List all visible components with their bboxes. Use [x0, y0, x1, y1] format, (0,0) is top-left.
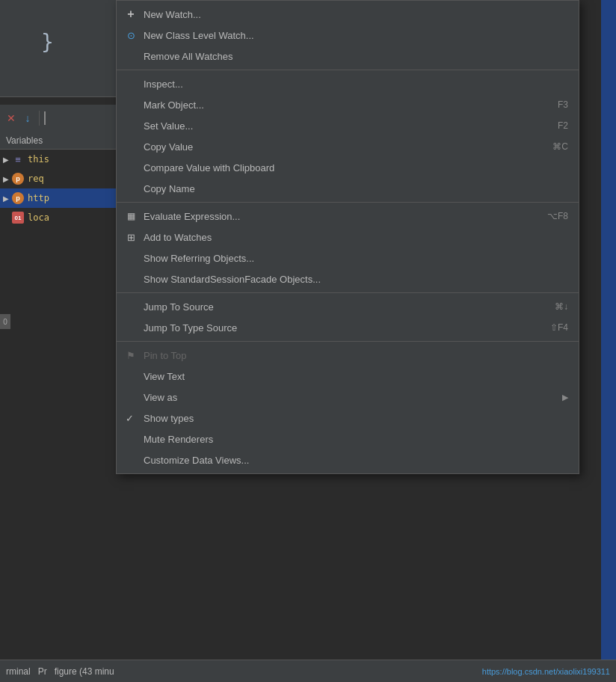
- variable-item-req[interactable]: ▶ p req: [0, 169, 120, 188]
- shortcut-copy-value: ⌘C: [552, 141, 568, 152]
- menu-item-new-class-watch[interactable]: ⊙ New Class Level Watch...: [117, 25, 579, 46]
- menu-label-view-as: View as: [144, 392, 177, 403]
- menu-label-view-text: View Text: [144, 371, 185, 382]
- expand-arrow: ▶: [3, 175, 9, 183]
- line-number: 0: [0, 314, 10, 329]
- ide-background: } ✕ ↓ Variables ▶ ≡ this ▶ p req ▶ p htt…: [0, 0, 120, 682]
- separator-4: [117, 341, 579, 342]
- shortcut-set-value: F2: [558, 120, 568, 131]
- new-class-watch-icon: ⊙: [124, 30, 138, 41]
- shortcut-mark-object: F3: [558, 99, 568, 110]
- ide-top-bar: }: [0, 0, 120, 97]
- separator-3: [117, 292, 579, 293]
- menu-item-view-text[interactable]: View Text: [117, 366, 579, 387]
- menu-item-mark-object[interactable]: Mark Object... F3: [117, 94, 579, 115]
- toolbar-pipe-icon: [44, 111, 46, 125]
- menu-item-evaluate[interactable]: ▦ Evaluate Expression... ⌥F8: [117, 206, 579, 227]
- toolbar-separator: [39, 111, 40, 126]
- menu-label-show-standardsession: Show StandardSessionFacade Objects...: [144, 274, 321, 285]
- menu-item-remove-watches[interactable]: Remove All Watches: [117, 46, 579, 67]
- terminal-label: rminal: [6, 666, 31, 677]
- status-bar: rminal Pr figure (43 minu https://blog.c…: [0, 660, 616, 682]
- menu-item-new-watch[interactable]: + New Watch...: [117, 4, 579, 25]
- menu-item-mute-renderers[interactable]: Mute Renderers: [117, 428, 579, 449]
- add-watches-icon: ⊞: [124, 232, 138, 243]
- status-url[interactable]: https://blog.csdn.net/xiaolixi199311: [482, 667, 610, 676]
- menu-item-show-types[interactable]: ✓ Show types: [117, 408, 579, 428]
- shortcut-jump-source: ⌘↓: [555, 301, 568, 312]
- menu-item-compare-value[interactable]: Compare Value with Clipboard: [117, 157, 579, 178]
- menu-label-new-class-watch: New Class Level Watch...: [144, 30, 254, 41]
- menu-label-jump-source: Jump To Source: [144, 301, 214, 313]
- menu-label-pin-top: Pin to Top: [144, 350, 187, 361]
- figure-label: figure (43 minu: [55, 666, 114, 677]
- separator-2: [117, 202, 579, 203]
- menu-item-customize-data-views[interactable]: Customize Data Views...: [117, 449, 579, 470]
- menu-item-view-as[interactable]: View as ▶: [117, 387, 579, 408]
- variables-header: Variables: [0, 132, 120, 150]
- variables-list: ▶ ≡ this ▶ p req ▶ p http ▶ 01 loca: [0, 150, 120, 227]
- var-name-loca: loca: [28, 212, 49, 223]
- var-type-icon-loca: 01: [12, 212, 24, 224]
- check-show-types: ✓: [126, 413, 134, 424]
- menu-item-inspect[interactable]: Inspect...: [117, 73, 579, 94]
- menu-item-show-standardsession[interactable]: Show StandardSessionFacade Objects...: [117, 268, 579, 289]
- expand-arrow: ▶: [3, 194, 9, 203]
- menu-label-customize-data-views: Customize Data Views...: [144, 455, 249, 466]
- menu-label-compare-value: Compare Value with Clipboard: [144, 162, 274, 173]
- new-watch-icon: +: [124, 7, 138, 21]
- shortcut-jump-type-source: ⇧F4: [550, 322, 568, 333]
- var-type-icon-this: ≡: [12, 153, 24, 165]
- menu-label-remove-watches: Remove All Watches: [144, 51, 232, 62]
- menu-item-set-value[interactable]: Set Value... F2: [117, 115, 579, 136]
- menu-item-pin-to-top: ⚑ Pin to Top: [117, 345, 579, 366]
- menu-label-new-watch: New Watch...: [144, 9, 201, 20]
- menu-label-show-referring: Show Referring Objects...: [144, 253, 254, 264]
- ide-toolbar: ✕ ↓: [0, 105, 120, 132]
- menu-item-copy-value[interactable]: Copy Value ⌘C: [117, 136, 579, 157]
- toolbar-close-icon[interactable]: ✕: [4, 111, 18, 125]
- menu-label-copy-value: Copy Value: [144, 141, 193, 153]
- menu-label-jump-type-source: Jump To Type Source: [144, 322, 237, 334]
- menu-item-copy-name[interactable]: Copy Name: [117, 178, 579, 199]
- menu-item-show-referring[interactable]: Show Referring Objects...: [117, 248, 579, 268]
- menu-label-add-watches: Add to Watches: [144, 232, 212, 243]
- var-name-this: this: [28, 154, 49, 165]
- menu-item-jump-source[interactable]: Jump To Source ⌘↓: [117, 296, 579, 317]
- shortcut-evaluate: ⌥F8: [547, 211, 568, 221]
- variable-item-http[interactable]: ▶ p http: [0, 188, 120, 208]
- menu-label-inspect: Inspect...: [144, 79, 183, 90]
- expand-arrow: ▶: [3, 156, 9, 164]
- var-type-icon-http: p: [12, 192, 24, 204]
- menu-label-mark-object: Mark Object...: [144, 99, 204, 111]
- menu-label-show-types: Show types: [144, 413, 194, 424]
- context-menu: + New Watch... ⊙ New Class Level Watch..…: [116, 0, 579, 474]
- variable-item-loca[interactable]: ▶ 01 loca: [0, 208, 120, 227]
- menu-label-set-value: Set Value...: [144, 120, 193, 132]
- var-name-http: http: [28, 193, 49, 203]
- menu-label-copy-name: Copy Name: [144, 183, 195, 194]
- curly-brace: }: [41, 30, 54, 55]
- right-accent: [601, 0, 616, 682]
- separator-1: [117, 70, 579, 70]
- menu-label-mute-renderers: Mute Renderers: [144, 434, 213, 445]
- pin-icon: ⚑: [124, 350, 138, 361]
- menu-item-jump-type-source[interactable]: Jump To Type Source ⇧F4: [117, 317, 579, 338]
- toolbar-down-icon[interactable]: ↓: [21, 111, 34, 125]
- pr-label: Pr: [38, 666, 47, 677]
- submenu-arrow: ▶: [562, 393, 568, 402]
- var-type-icon-req: p: [12, 173, 24, 185]
- evaluate-icon: ▦: [124, 211, 138, 221]
- menu-item-add-watches[interactable]: ⊞ Add to Watches: [117, 227, 579, 248]
- var-name-req: req: [28, 173, 44, 184]
- variable-item-this[interactable]: ▶ ≡ this: [0, 150, 120, 169]
- menu-label-evaluate: Evaluate Expression...: [144, 211, 240, 222]
